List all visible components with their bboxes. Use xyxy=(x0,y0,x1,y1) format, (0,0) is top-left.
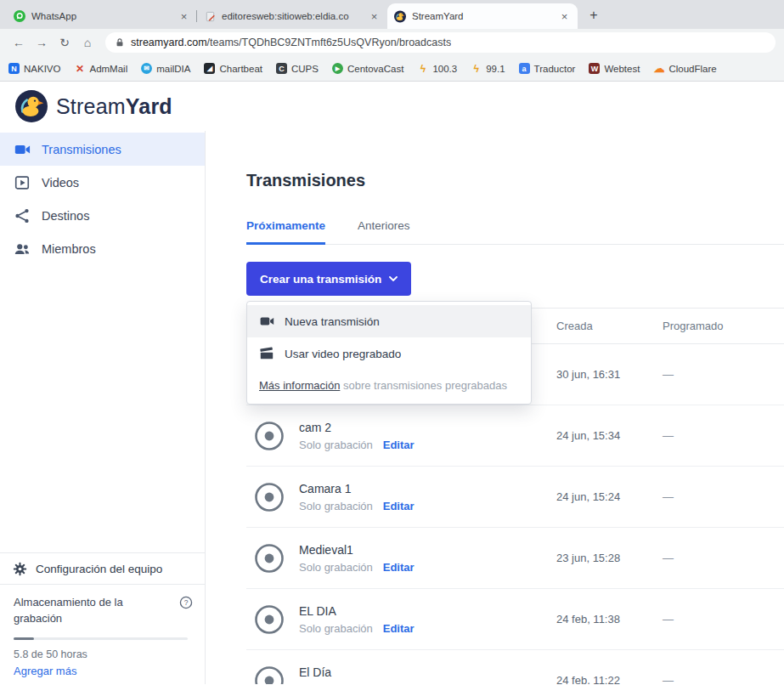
scheduled-date: — xyxy=(663,552,784,564)
back-icon[interactable]: ← xyxy=(8,32,29,53)
create-broadcast: Crear una transmisión Nueva transmisión … xyxy=(246,262,411,296)
streamyard-header: StreamYard xyxy=(0,82,784,131)
videocam-icon xyxy=(14,141,31,158)
close-icon[interactable]: × xyxy=(368,10,381,23)
browser-toolbar: ← → ↻ ⌂ streamyard.com/teams/TQDhBC9ZNTm… xyxy=(0,29,784,56)
table-row[interactable]: Medieval1 Solo grabaciónEditar 23 jun, 1… xyxy=(246,528,784,589)
bookmark-label: Webtest xyxy=(604,64,640,74)
share-icon xyxy=(14,207,31,224)
bookmark-label: CloudFlare xyxy=(668,64,716,74)
bookmark-traductor[interactable]: Traductor xyxy=(519,63,576,74)
streamyard-duck-icon xyxy=(394,10,406,22)
address-bar[interactable]: streamyard.com/teams/TQDhBC9ZNTmft6z5UsQ… xyxy=(105,32,776,53)
record-icon xyxy=(253,542,285,575)
lightning-icon xyxy=(471,63,482,74)
gear-icon xyxy=(13,562,27,576)
globe-icon xyxy=(589,63,600,74)
help-icon[interactable]: ? xyxy=(179,596,193,613)
chevron-down-icon xyxy=(389,276,398,281)
team-settings-button[interactable]: Configuración del equipo xyxy=(0,552,205,584)
tab-title: StreamYard xyxy=(412,11,552,21)
people-icon xyxy=(14,241,31,258)
storage-usage: 5.8 de 50 horas xyxy=(14,648,191,660)
edit-link[interactable]: Editar xyxy=(383,683,415,685)
clapperboard-icon xyxy=(259,346,274,361)
bookmark-chartbeat[interactable]: Chartbeat xyxy=(204,63,262,74)
sidebar-item-videos[interactable]: Videos xyxy=(0,166,205,199)
created-date: 24 jun, 15:34 xyxy=(556,429,663,442)
table-row[interactable]: Camara 1 Solo grabaciónEditar 24 jun, 15… xyxy=(246,467,784,528)
menu-item-nueva-transmision[interactable]: Nueva transmisión xyxy=(247,305,531,337)
more-info-link[interactable]: Más información xyxy=(259,379,340,392)
create-broadcast-button[interactable]: Crear una transmisión xyxy=(246,262,411,296)
svg-text:?: ? xyxy=(184,598,189,607)
edit-link[interactable]: Editar xyxy=(383,561,415,574)
broadcast-subtitle: Solo grabación xyxy=(299,439,373,451)
tab-streamyard[interactable]: StreamYard × xyxy=(387,3,578,29)
tab-editoresweb[interactable]: editoresweb:sitioweb:eldia.co × xyxy=(197,3,387,29)
close-icon[interactable]: × xyxy=(558,10,571,23)
close-icon[interactable]: × xyxy=(178,10,190,23)
dove-icon xyxy=(141,63,152,74)
mail-icon xyxy=(74,63,85,74)
record-icon xyxy=(253,481,285,513)
column-programado: Programado xyxy=(663,320,784,332)
edit-link[interactable]: Editar xyxy=(383,439,415,451)
created-date: 30 jun, 16:31 xyxy=(556,368,663,381)
record-icon xyxy=(253,420,285,452)
bookmark-webtest[interactable]: Webtest xyxy=(589,63,640,74)
main-content: Transmisiones Próximamente Anteriores Cr… xyxy=(206,131,784,684)
more-info-suffix: sobre transmisiones pregrabadas xyxy=(340,379,507,392)
browser-window: WhatsApp × editoresweb:sitioweb:eldia.co… xyxy=(0,0,784,685)
bookmark-label: Traductor xyxy=(534,64,576,74)
bookmark-99-1[interactable]: 99.1 xyxy=(471,63,505,74)
new-tab-button[interactable]: + xyxy=(583,4,605,26)
bookmark-maildia[interactable]: mailDIA xyxy=(141,63,190,74)
sidebar-item-label: Videos xyxy=(42,176,79,190)
sidebar-bottom: Configuración del equipo Almacenamiento … xyxy=(0,552,205,684)
table-row[interactable]: El Día Solo grabaciónEditar 24 feb, 11:2… xyxy=(246,650,784,684)
reload-icon[interactable]: ↻ xyxy=(54,32,75,53)
create-dropdown-menu: Nueva transmisión Usar video pregrabado … xyxy=(246,301,532,405)
edit-link[interactable]: Editar xyxy=(383,622,415,635)
more-info-text: Más información sobre transmisiones preg… xyxy=(247,370,531,404)
whatsapp-icon xyxy=(14,10,25,22)
broadcast-title: El Día xyxy=(299,665,415,679)
table-row[interactable]: cam 2 Solo grabaciónEditar 24 jun, 15:34… xyxy=(246,405,784,467)
shield-icon xyxy=(8,63,20,74)
menu-item-label: Usar video pregrabado xyxy=(285,348,401,360)
broadcast-title: cam 2 xyxy=(299,421,415,434)
tab-title: WhatsApp xyxy=(31,11,172,21)
brand-name: StreamYard xyxy=(56,94,172,119)
created-date: 24 jun, 15:24 xyxy=(556,490,663,503)
record-icon xyxy=(253,603,285,636)
bookmark-nakivo[interactable]: NAKIVO xyxy=(8,63,60,74)
tab-proximamente[interactable]: Próximamente xyxy=(246,219,325,245)
forward-icon[interactable]: → xyxy=(31,32,52,53)
bookmark-100-3[interactable]: 100.3 xyxy=(417,63,457,74)
edit-link[interactable]: Editar xyxy=(383,500,415,512)
menu-item-video-pregrabado[interactable]: Usar video pregrabado xyxy=(247,337,531,370)
tab-anteriores[interactable]: Anteriores xyxy=(358,219,410,245)
sidebar: Transmisiones Videos Destinos Miembros C… xyxy=(0,131,206,684)
table-row[interactable]: EL DIA Solo grabaciónEditar 24 feb, 11:3… xyxy=(246,589,784,650)
sidebar-item-miembros[interactable]: Miembros xyxy=(0,232,205,265)
scheduled-date: — xyxy=(663,613,784,626)
bookmark-cups[interactable]: CUPS xyxy=(276,63,319,74)
sidebar-item-transmisiones[interactable]: Transmisiones xyxy=(0,133,205,166)
broadcast-title: Camara 1 xyxy=(299,482,415,495)
tab-title: editoresweb:sitioweb:eldia.co xyxy=(222,11,362,21)
url-text: streamyard.com/teams/TQDhBC9ZNTmft6z5UsQ… xyxy=(131,37,451,48)
bookmark-cloudflare[interactable]: CloudFlare xyxy=(653,63,716,74)
broadcast-subtitle: Solo grabación xyxy=(299,622,373,635)
bookmark-centovacast[interactable]: CentovaCast xyxy=(332,63,403,74)
broadcast-tabs: Próximamente Anteriores xyxy=(246,219,784,245)
storage-progress-track xyxy=(14,637,188,640)
bookmark-admmail[interactable]: AdmMail xyxy=(74,63,127,74)
tab-whatsapp[interactable]: WhatsApp × xyxy=(7,3,197,29)
bookmark-label: 100.3 xyxy=(432,64,457,74)
sidebar-item-destinos[interactable]: Destinos xyxy=(0,199,205,232)
add-more-link[interactable]: Agregar más xyxy=(14,665,191,677)
home-icon[interactable]: ⌂ xyxy=(77,32,98,53)
create-broadcast-label: Crear una transmisión xyxy=(260,273,381,286)
